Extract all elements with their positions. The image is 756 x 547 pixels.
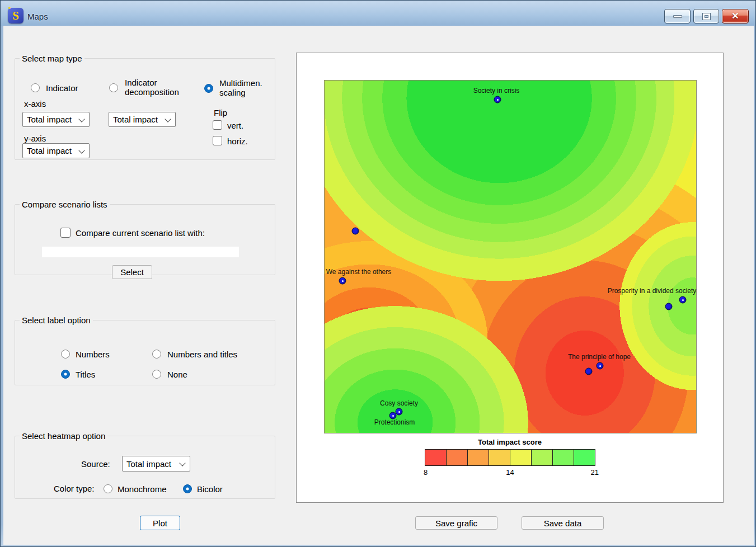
chevron-down-icon (165, 116, 171, 122)
colorbar-title: Total impact score (297, 438, 723, 446)
colorbar-cell (510, 450, 531, 465)
radio-indicator-label: Indicator (46, 83, 78, 93)
decomposition-select[interactable]: Total impact (109, 112, 176, 127)
group-select-label-option-title: Select label option (20, 315, 93, 325)
group-compare-scenario-lists-title: Compare scenario lists (20, 200, 110, 209)
scenario-point[interactable] (339, 277, 346, 285)
select-button[interactable]: Select (112, 265, 152, 279)
minimize-button[interactable] (664, 9, 691, 23)
colorbar-cell (574, 450, 595, 465)
colorbar-ticks: 8 14 21 (425, 468, 595, 477)
color-type-label: Color type: (54, 484, 95, 493)
radio-none[interactable] (152, 370, 161, 379)
group-select-heatmap-option-title: Select heatmap option (20, 431, 107, 441)
source-select[interactable]: Total impact (122, 456, 190, 471)
group-compare-scenario-lists: Compare scenario lists Compare current s… (15, 200, 275, 275)
scenario-point[interactable] (585, 368, 593, 375)
radio-indicator-decomposition-label: Indicator decomposition (125, 78, 187, 97)
radio-titles-label: Titles (76, 370, 95, 379)
close-button[interactable]: ✕ (722, 9, 749, 23)
compare-list-input[interactable] (42, 247, 239, 257)
scenario-label: Prosperity in a divided society (608, 287, 697, 295)
save-grafic-button[interactable]: Save grafic (415, 516, 497, 530)
colorbar-tick-min: 8 (424, 468, 428, 477)
app-icon-star: * (8, 6, 11, 12)
chevron-down-icon (179, 460, 185, 466)
radio-bicolor[interactable] (183, 484, 192, 493)
scenario-point[interactable] (679, 296, 687, 304)
scenario-label: Protectionism (374, 418, 415, 426)
source-select-value: Total impact (126, 459, 171, 469)
x-axis-select-value: Total impact (27, 115, 72, 124)
plot-button[interactable]: Plot (140, 516, 180, 530)
maximize-button[interactable] (693, 9, 719, 23)
scenario-label: Society in crisis (473, 87, 520, 95)
radio-bicolor-label: Bicolor (197, 484, 223, 494)
radio-numbers-label: Numbers (76, 350, 110, 359)
scenario-point[interactable] (665, 303, 673, 310)
colorbar-cell (489, 450, 510, 465)
plot-panel: Society in crisisWe against the othersPr… (296, 53, 724, 503)
scenario-point[interactable] (352, 228, 359, 235)
radio-monochrome-label: Monochrome (118, 484, 167, 494)
colorbar (425, 449, 595, 466)
chevron-down-icon (78, 116, 84, 122)
scenario-point[interactable] (494, 96, 501, 103)
radio-numbers-and-titles-label: Numbers and titles (167, 350, 237, 359)
chevron-down-icon (78, 147, 84, 153)
flip-horizontal-label: horiz. (227, 136, 248, 146)
compare-checkbox-label: Compare current scenario list with: (76, 228, 205, 238)
save-data-button[interactable]: Save data (522, 516, 604, 530)
y-axis-label: y-axis (24, 134, 46, 143)
colorbar-cell (531, 450, 552, 465)
scenario-label: We against the others (326, 268, 392, 276)
scenario-point[interactable] (597, 362, 604, 370)
app-icon: * S (8, 8, 24, 23)
scenario-label: The principle of hope (568, 353, 631, 361)
radio-multidimensional-scaling-label: Multidimen. scaling (219, 78, 273, 97)
flip-vertical-label: vert. (227, 121, 243, 130)
source-label: Source: (81, 459, 110, 469)
radio-multidimensional-scaling[interactable] (204, 84, 213, 93)
maps-window: * S Maps ✕ Select map type Indicator Ind… (0, 0, 756, 547)
compare-checkbox[interactable] (60, 228, 71, 238)
group-select-map-type: Select map type Indicator Indicator deco… (15, 54, 275, 160)
group-select-map-type-title: Select map type (20, 54, 84, 63)
flip-horizontal-checkbox[interactable] (213, 136, 222, 145)
scenario-label: Cosy society (380, 399, 418, 407)
colorbar-tick-mid: 14 (506, 468, 514, 477)
flip-vertical-checkbox[interactable] (213, 120, 222, 130)
group-select-heatmap-option: Select heatmap option Source: Total impa… (15, 431, 275, 499)
radio-titles[interactable] (61, 370, 70, 379)
radio-indicator[interactable] (31, 83, 40, 92)
colorbar-cell (552, 450, 574, 465)
minimize-icon (673, 15, 682, 17)
radio-numbers-and-titles[interactable] (152, 350, 161, 359)
radio-indicator-decomposition[interactable] (109, 83, 118, 92)
app-icon-letter: S (12, 9, 19, 23)
colorbar-cell (446, 450, 467, 465)
radio-numbers[interactable] (61, 350, 70, 359)
colorbar-cell (425, 450, 446, 465)
group-select-label-option: Select label option Numbers Numbers and … (15, 315, 275, 385)
radio-none-label: None (167, 370, 187, 379)
decomposition-select-value: Total impact (113, 115, 158, 124)
colorbar-tick-max: 21 (591, 468, 599, 477)
close-icon: ✕ (731, 12, 739, 21)
maximize-icon (703, 13, 710, 20)
x-axis-label: x-axis (24, 99, 46, 109)
colorbar-cell (467, 450, 489, 465)
heatmap[interactable]: Society in crisisWe against the othersPr… (324, 80, 697, 433)
y-axis-select-value: Total impact (27, 146, 72, 155)
window-title: Maps (27, 12, 48, 21)
scenario-point[interactable] (396, 408, 403, 416)
x-axis-select[interactable]: Total impact (22, 112, 90, 127)
flip-label: Flip (214, 108, 227, 117)
radio-monochrome[interactable] (104, 484, 112, 493)
y-axis-select[interactable]: Total impact (22, 143, 90, 158)
